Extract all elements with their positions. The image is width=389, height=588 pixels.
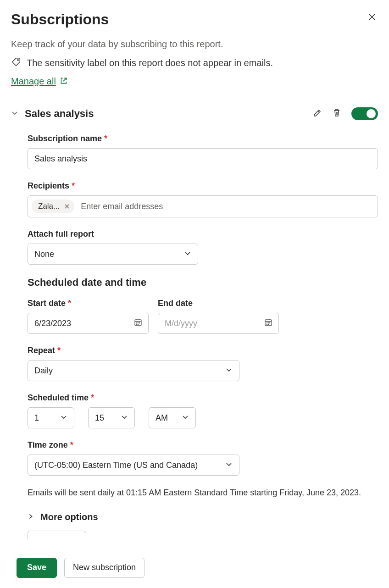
page-title: Subscriptions bbox=[11, 11, 109, 28]
chevron-down-icon bbox=[225, 366, 233, 376]
close-button[interactable] bbox=[366, 11, 378, 25]
schedule-section-title: Scheduled date and time bbox=[28, 277, 378, 288]
partial-element bbox=[28, 531, 86, 539]
svg-point-0 bbox=[17, 60, 18, 61]
recipient-chip-remove[interactable] bbox=[64, 204, 70, 209]
recipients-email-input[interactable] bbox=[78, 202, 374, 211]
scheduled-time-label: Scheduled time * bbox=[28, 393, 378, 403]
end-date-placeholder: M/d/yyyy bbox=[165, 319, 197, 328]
attach-label: Attach full report bbox=[28, 229, 378, 239]
repeat-label: Repeat * bbox=[28, 346, 378, 355]
external-link-icon bbox=[60, 77, 68, 87]
recipients-label: Recipients * bbox=[28, 181, 378, 191]
end-date-label: End date bbox=[158, 299, 279, 308]
recipient-chip-text: Zala... bbox=[38, 202, 60, 211]
calendar-icon bbox=[264, 318, 273, 329]
svg-point-8 bbox=[267, 322, 267, 323]
svg-point-5 bbox=[136, 324, 137, 324]
start-date-value: 6/23/2023 bbox=[34, 319, 71, 328]
chevron-down-icon bbox=[182, 413, 189, 423]
subscription-name-label: Subscription name * bbox=[28, 134, 378, 144]
attach-select-value: None bbox=[34, 250, 54, 259]
svg-point-9 bbox=[268, 322, 268, 323]
more-options-label: More options bbox=[40, 512, 98, 522]
divider bbox=[11, 97, 378, 97]
footer: Save New subscription bbox=[0, 547, 389, 588]
collapse-toggle[interactable] bbox=[11, 109, 18, 118]
toggle-knob bbox=[367, 109, 376, 118]
minute-select[interactable]: 15 bbox=[88, 407, 135, 428]
more-options-toggle[interactable]: More options bbox=[28, 512, 378, 522]
timezone-select[interactable]: (UTC-05:00) Eastern Time (US and Canada) bbox=[28, 455, 239, 476]
start-date-input[interactable]: 6/23/2023 bbox=[28, 313, 149, 334]
svg-point-6 bbox=[138, 324, 138, 324]
trash-icon bbox=[332, 108, 341, 117]
hour-value: 1 bbox=[34, 413, 39, 423]
manage-all-text: Manage all bbox=[11, 76, 56, 87]
close-icon bbox=[64, 204, 70, 209]
recipients-input[interactable]: Zala... bbox=[28, 195, 378, 217]
chevron-down-icon bbox=[225, 460, 233, 470]
svg-point-4 bbox=[139, 322, 139, 323]
pencil-icon bbox=[313, 108, 322, 117]
recipient-chip: Zala... bbox=[32, 200, 74, 213]
repeat-select-value: Daily bbox=[34, 366, 53, 376]
chevron-down-icon bbox=[121, 413, 128, 423]
tag-icon bbox=[11, 57, 21, 69]
end-date-input[interactable]: M/d/yyyy bbox=[158, 313, 279, 334]
timezone-value: (UTC-05:00) Eastern Time (US and Canada) bbox=[34, 460, 198, 470]
svg-point-3 bbox=[138, 322, 138, 323]
hour-select[interactable]: 1 bbox=[28, 407, 74, 428]
minute-value: 15 bbox=[95, 413, 104, 423]
chevron-down-icon bbox=[184, 250, 191, 259]
attach-select[interactable]: None bbox=[28, 244, 198, 265]
chevron-down-icon bbox=[60, 413, 67, 423]
svg-point-11 bbox=[267, 324, 267, 324]
page-subtitle: Keep track of your data by subscribing t… bbox=[11, 39, 378, 50]
edit-button[interactable] bbox=[313, 108, 322, 119]
close-icon bbox=[368, 13, 376, 21]
manage-all-link[interactable]: Manage all bbox=[11, 76, 68, 87]
svg-point-10 bbox=[269, 322, 270, 323]
start-date-label: Start date * bbox=[28, 299, 149, 308]
save-button[interactable]: Save bbox=[17, 558, 57, 578]
svg-point-2 bbox=[136, 322, 137, 323]
ampm-select[interactable]: AM bbox=[149, 407, 196, 428]
new-subscription-button[interactable]: New subscription bbox=[64, 558, 144, 578]
timezone-label: Time zone * bbox=[28, 440, 378, 450]
calendar-icon bbox=[133, 318, 143, 329]
svg-point-12 bbox=[268, 324, 268, 324]
enabled-toggle[interactable] bbox=[351, 107, 378, 120]
chevron-right-icon bbox=[28, 513, 34, 521]
delete-button[interactable] bbox=[332, 108, 341, 119]
subscription-name-input[interactable] bbox=[28, 148, 378, 169]
repeat-select[interactable]: Daily bbox=[28, 360, 239, 381]
schedule-info-text: Emails will be sent daily at 01:15 AM Ea… bbox=[28, 487, 378, 499]
sensitivity-label: The sensitivity label on this report doe… bbox=[27, 58, 273, 68]
ampm-value: AM bbox=[156, 413, 168, 423]
chevron-down-icon bbox=[11, 109, 18, 116]
subscription-title: Sales analysis bbox=[25, 108, 94, 120]
